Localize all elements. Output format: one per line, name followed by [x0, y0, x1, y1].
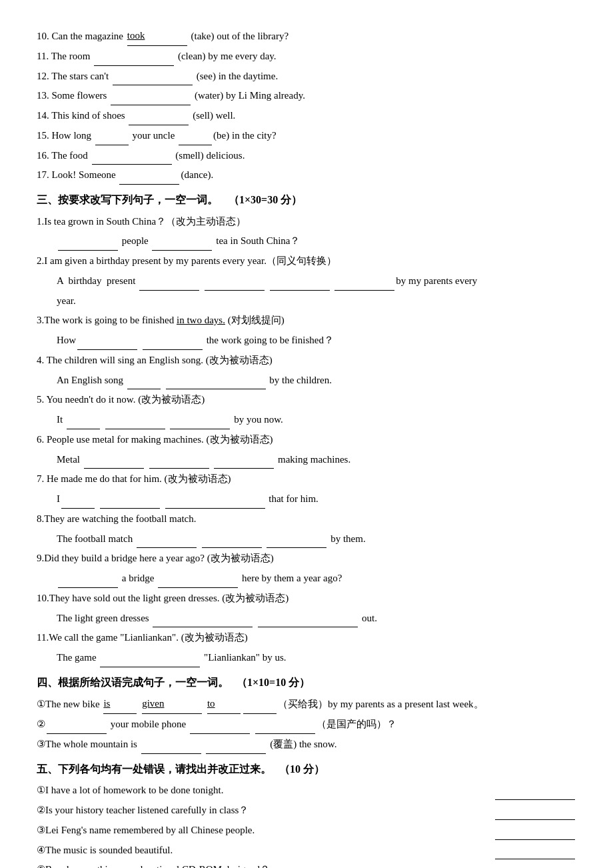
s5-q2-text: ②Is your history teacher listened carefu… — [37, 801, 249, 820]
section5-score: （10 分） — [279, 763, 324, 775]
s3-q8-answer: The football match by them. — [37, 530, 576, 549]
s3-q10-answer: The light green dresses out. — [37, 609, 576, 628]
s3-q8-stem: 8.They are watching the football match. — [37, 510, 576, 529]
blank-s3-8-2 — [202, 547, 262, 548]
blank-13-1 — [111, 105, 191, 105]
s5-q3: ③Lei Feng's name remembered by all Chine… — [37, 821, 576, 840]
blank-s3-6-3 — [214, 468, 274, 469]
blank-s3-3-1 — [77, 349, 137, 350]
blank-16-1 — [92, 164, 172, 165]
blank-17-1 — [119, 184, 179, 185]
section3-score: （1×30=30 分） — [229, 194, 302, 205]
s3-q10-stem: 10.They have sold out the light green dr… — [37, 589, 576, 608]
s3-q9-stem: 9.Did they build a bridge here a year ag… — [37, 549, 576, 568]
s3-q5-stem: 5. You needn't do it now. (改为被动语态) — [37, 391, 576, 409]
blank-s3-8-3 — [267, 547, 326, 548]
blank-s4-2-3 — [255, 733, 315, 734]
s3-q4-answer: An English song by the children. — [37, 371, 576, 390]
blank-s3-9-2 — [158, 587, 238, 588]
s3-q4-stem: 4. The children will sing an English son… — [37, 351, 576, 370]
blank-s4-2-1 — [47, 733, 107, 734]
section3-title: 三、按要求改写下列句子，一空一词。 （1×30=30 分） — [37, 190, 576, 210]
blank-s3-10-1 — [153, 627, 253, 627]
s5-q4-text: ④The music is sounded beautiful. — [37, 841, 173, 860]
blank-s3-5-1 — [67, 429, 100, 429]
s4-q3: ③The whole mountain is (覆盖) the snow. — [37, 735, 576, 754]
blank-s4-3-2 — [206, 753, 266, 754]
blank-s3-10-2 — [258, 627, 358, 627]
section5-title: 五、下列各句均有一处错误，请找出并改正过来。 （10 分） — [37, 759, 576, 779]
blank-s3-11-1 — [100, 667, 200, 667]
s4-q1: ①The new bike is given to（买给我）by my pare… — [37, 695, 576, 714]
blank-s3-2-3 — [270, 290, 330, 291]
blank-s3-3-2 — [143, 349, 203, 350]
q17: 17. Look! Someone (dance). — [37, 166, 576, 185]
blank-s5-1 — [495, 781, 575, 800]
s5-q2: ②Is your history teacher listened carefu… — [37, 801, 576, 820]
blank-s3-2-2 — [205, 290, 265, 291]
blank-s3-7-1 — [61, 508, 95, 509]
section4-title: 四、根据所给汉语完成句子，一空一词。 （1×10=10 分） — [37, 673, 576, 693]
s5-q5: ⑤By who was this new educational CD-ROM … — [37, 861, 576, 868]
blank-14-1 — [129, 125, 189, 125]
q16: 16. The food (smell) delicious. — [37, 147, 576, 165]
blank-15-1 — [95, 145, 129, 145]
blank-s3-6-1 — [84, 468, 144, 469]
blank-s4-1-4 — [243, 713, 277, 714]
worksheet-content: 10. Can the magazine took (take) out of … — [37, 27, 576, 868]
s3-q6-answer: Metal making machines. — [37, 451, 576, 469]
q13: 13. Some flowers (water) by Li Ming alre… — [37, 87, 576, 105]
s3-q5-answer: It by you now. — [37, 411, 576, 429]
blank-11-1 — [94, 65, 174, 66]
s5-q5-text: ⑤By who was this new educational CD-ROM … — [37, 861, 270, 868]
s3-q2-answer-cont: year. — [37, 292, 576, 311]
q14: 14. This kind of shoes (sell) well. — [37, 107, 576, 125]
s5-q4: ④The music is sounded beautiful. — [37, 841, 576, 860]
q11: 11. The room (clean) by me every day. — [37, 47, 576, 66]
blank-s4-1-2: given — [142, 695, 202, 714]
s3-q3-stem: 3.The work is going to be finished in tw… — [37, 311, 576, 330]
blank-s3-5-2 — [105, 429, 165, 429]
blank-s3-4-2 — [166, 389, 266, 389]
q10: 10. Can the magazine took (take) out of … — [37, 27, 576, 46]
s3-q11-stem: 11.We call the game "Lianliankan". (改为被动… — [37, 629, 576, 647]
blank-s5-5 — [495, 861, 575, 868]
blank-s3-1-1 — [58, 250, 118, 251]
section4-score: （1×10=10 分） — [237, 677, 310, 688]
blank-s3-1-2 — [152, 250, 212, 251]
s3-q3-answer: How the work going to be finished？ — [37, 331, 576, 350]
s3-q1-answer: people tea in South China？ — [37, 232, 576, 251]
s3-q2-answer: A birthday present by my parents every — [37, 272, 576, 291]
s3-q2-stem: 2.I am given a birthday present by my pa… — [37, 252, 576, 271]
s3-q7-answer: I that for him. — [37, 490, 576, 509]
blank-s3-7-3 — [165, 508, 265, 509]
blank-s3-9-1 — [58, 587, 118, 588]
blank-s5-3 — [495, 821, 575, 840]
blank-s4-1-3: to — [207, 695, 241, 714]
blank-s5-4 — [495, 841, 575, 860]
s5-q1: ①I have a lot of homework to be done ton… — [37, 781, 576, 800]
blank-s3-6-2 — [149, 468, 209, 469]
s4-q2: ② your mobile phone （是国产的吗）？ — [37, 715, 576, 734]
blank-s4-3-1 — [141, 753, 201, 754]
s3-q9-answer: a bridge here by them a year ago? — [37, 569, 576, 588]
s5-q3-text: ③Lei Feng's name remembered by all Chine… — [37, 821, 255, 840]
s3-q1-stem: 1.Is tea grown in South China？（改为主动语态） — [37, 213, 576, 231]
s5-q1-text: ①I have a lot of homework to be done ton… — [37, 781, 223, 800]
blank-s4-2-2 — [190, 733, 250, 734]
s3-q6-stem: 6. People use metal for making machines.… — [37, 431, 576, 449]
blank-10-1: took — [127, 27, 187, 46]
blank-s3-2-1 — [139, 290, 199, 291]
blank-s4-1-1: is — [103, 695, 137, 714]
blank-s3-8-1 — [137, 547, 197, 548]
blank-s3-7-2 — [100, 508, 160, 509]
s3-q7-stem: 7. He made me do that for him. (改为被动语态) — [37, 470, 576, 489]
blank-s3-4-1 — [127, 389, 161, 389]
blank-12-1 — [113, 85, 193, 85]
blank-s3-5-3 — [170, 429, 230, 429]
q12: 12. The stars can't (see) in the daytime… — [37, 67, 576, 86]
blank-s3-2-4 — [334, 290, 394, 291]
blank-15-2 — [179, 145, 212, 145]
blank-s5-2 — [495, 801, 575, 820]
q15: 15. How long your uncle (be) in the city… — [37, 127, 576, 145]
